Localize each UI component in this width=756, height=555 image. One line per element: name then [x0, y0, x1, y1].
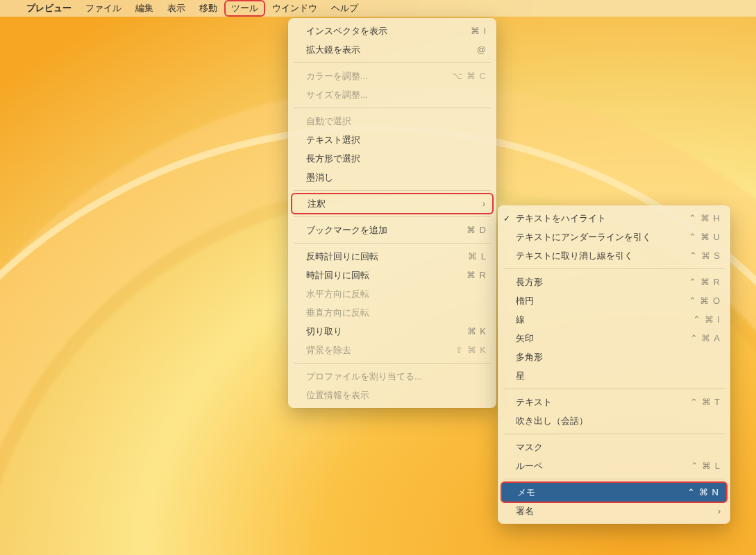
menu-item-label: テキスト選択	[306, 134, 487, 146]
menu-item-polygon[interactable]: 多角形	[498, 348, 730, 366]
menu-item-strikethrough-text[interactable]: テキストに取り消し線を引く ⌃ ⌘ S	[498, 246, 730, 265]
menu-item-add-bookmark[interactable]: ブックマークを追加 ⌘ D	[288, 221, 496, 239]
menu-item-shortcut: ⌃ ⌘ L	[684, 461, 721, 471]
menu-item-shortcut: ⌃ ⌘ S	[684, 250, 721, 261]
menu-item-show-location: 位置情報を表示	[288, 386, 496, 404]
menu-item-shortcut: ⌃ ⌘ U	[684, 232, 721, 242]
menu-item-shortcut: ⌘ I	[451, 26, 487, 36]
menu-separator	[503, 434, 725, 434]
menu-item-arrow[interactable]: 矢印 ⌃ ⌘ A	[498, 329, 730, 348]
menu-item-label: 吹き出し（会話）	[516, 415, 721, 427]
chevron-right-icon: ›	[482, 199, 485, 209]
menu-item-speech-bubble[interactable]: 吹き出し（会話）	[498, 411, 730, 430]
menu-item-label: 長方形	[516, 276, 684, 289]
menu-item-label: 反時計回りに回転	[306, 250, 451, 263]
menu-separator	[294, 190, 491, 191]
menu-item-remove-bg: 背景を除去 ⇧ ⌘ K	[288, 341, 496, 359]
menu-go[interactable]: 移動	[192, 0, 224, 17]
menu-item-flip-h: 水平方向に反転	[288, 284, 496, 303]
menu-item-signature[interactable]: 署名 ›	[498, 502, 730, 520]
menu-item-label: 矢印	[516, 332, 684, 345]
menu-item-label: プロファイルを割り当てる...	[306, 370, 487, 383]
menu-item-shortcut: ⌘ K	[451, 326, 487, 336]
menu-separator	[294, 62, 491, 63]
menu-item-show-inspector[interactable]: インスペクタを表示 ⌘ I	[288, 22, 496, 40]
menu-item-label: 自動で選択	[306, 115, 487, 128]
menu-help[interactable]: ヘルプ	[324, 0, 365, 17]
menu-item-shortcut: ⌃ ⌘ I	[684, 314, 721, 325]
menu-item-label: マスク	[516, 441, 721, 454]
menu-item-shortcut: ⌃ ⌘ N	[683, 487, 719, 497]
menu-item-label: インスペクタを表示	[306, 25, 451, 37]
menu-item-crop[interactable]: 切り取り ⌘ K	[288, 322, 496, 341]
menu-file[interactable]: ファイル	[78, 0, 128, 17]
menu-item-oval[interactable]: 楕円 ⌃ ⌘ O	[498, 291, 730, 310]
menu-item-label: 長方形で選択	[306, 153, 487, 165]
menu-item-text[interactable]: テキスト ⌃ ⌘ T	[498, 393, 730, 411]
menu-item-label: サイズを調整...	[306, 89, 487, 101]
menu-item-shortcut: ⌃ ⌘ O	[684, 296, 721, 306]
menu-item-label: テキストにアンダーラインを引く	[516, 231, 684, 244]
menu-item-shortcut: ⌘ D	[451, 225, 487, 235]
menu-item-shortcut: ⌥ ⌘ C	[451, 71, 487, 81]
menu-item-label: カラーを調整...	[306, 70, 451, 83]
menu-separator	[503, 479, 725, 479]
menu-separator	[503, 268, 725, 269]
menu-item-label: 署名	[516, 505, 718, 518]
menu-item-shortcut: ⌃ ⌘ R	[684, 277, 721, 287]
menu-item-label: 線	[516, 314, 684, 326]
menu-separator	[294, 216, 491, 217]
menu-item-star[interactable]: 星	[498, 366, 730, 385]
menu-separator	[294, 108, 491, 108]
menu-item-rotate-ccw[interactable]: 反時計回りに回転 ⌘ L	[288, 247, 496, 266]
menu-item-line[interactable]: 線 ⌃ ⌘ I	[498, 310, 730, 329]
menu-item-mask[interactable]: マスク	[498, 438, 730, 456]
menu-item-highlight-text[interactable]: ✓ テキストをハイライト ⌃ ⌘ H	[498, 209, 730, 228]
menu-item-shortcut: ⇧ ⌘ K	[451, 345, 487, 355]
menu-item-note[interactable]: メモ ⌃ ⌘ N	[501, 481, 728, 503]
menu-item-label: 水平方向に反転	[306, 288, 487, 300]
chevron-right-icon: ›	[718, 506, 721, 516]
menu-item-label: テキストに取り消し線を引く	[516, 250, 684, 262]
menu-separator	[294, 243, 491, 244]
menu-item-shortcut: ⌃ ⌘ T	[684, 397, 721, 407]
menu-item-label: 位置情報を表示	[306, 389, 487, 402]
menu-item-loupe[interactable]: ルーペ ⌃ ⌘ L	[498, 456, 730, 475]
menu-item-shortcut: ⌃ ⌘ H	[684, 213, 721, 223]
app-name[interactable]: プレビュー	[19, 0, 78, 17]
check-icon: ✓	[503, 209, 510, 228]
menu-item-annotate[interactable]: 注釈 ›	[291, 193, 494, 214]
menubar: プレビュー ファイル 編集 表示 移動 ツール ウインドウ ヘルプ	[0, 0, 756, 17]
menu-item-label: ブックマークを追加	[306, 224, 451, 237]
menu-item-label: 背景を除去	[306, 344, 451, 357]
menu-item-adjust-color: カラーを調整... ⌥ ⌘ C	[288, 67, 496, 85]
menu-view[interactable]: 表示	[160, 0, 192, 17]
menu-item-label: 切り取り	[306, 325, 451, 338]
menu-item-rotate-cw[interactable]: 時計回りに回転 ⌘ R	[288, 266, 496, 284]
menu-item-underline-text[interactable]: テキストにアンダーラインを引く ⌃ ⌘ U	[498, 228, 730, 246]
menu-item-text-select[interactable]: テキスト選択	[288, 130, 496, 149]
menu-item-label: テキストをハイライト	[516, 212, 684, 225]
menu-item-label: 墨消し	[306, 171, 487, 184]
menu-item-rect-select[interactable]: 長方形で選択	[288, 149, 496, 168]
menu-item-label: 星	[516, 370, 721, 382]
menu-item-redact[interactable]: 墨消し	[288, 168, 496, 187]
menu-item-rectangle[interactable]: 長方形 ⌃ ⌘ R	[498, 273, 730, 291]
menu-tools[interactable]: ツール	[224, 0, 265, 17]
menu-item-flip-v: 垂直方向に反転	[288, 303, 496, 322]
menu-item-shortcut: ⌘ L	[451, 251, 487, 262]
menu-item-shortcut: ⌘ R	[451, 270, 487, 280]
menu-item-label: 注釈	[308, 198, 482, 210]
menu-item-shortcut: ⌃ ⌘ A	[684, 333, 721, 343]
menu-item-label: メモ	[517, 486, 683, 499]
menu-item-label: 拡大鏡を表示	[306, 44, 451, 56]
menu-window[interactable]: ウインドウ	[265, 0, 324, 17]
annotate-submenu: ✓ テキストをハイライト ⌃ ⌘ H テキストにアンダーラインを引く ⌃ ⌘ U…	[498, 205, 730, 524]
menu-item-label: 楕円	[516, 295, 684, 307]
menu-item-label: ルーペ	[516, 460, 684, 472]
menu-item-show-magnifier[interactable]: 拡大鏡を表示 @	[288, 40, 496, 59]
menu-separator	[503, 388, 725, 389]
menu-item-auto-select: 自動で選択	[288, 112, 496, 130]
menu-edit[interactable]: 編集	[128, 0, 160, 17]
menu-item-label: 時計回りに回転	[306, 269, 451, 282]
